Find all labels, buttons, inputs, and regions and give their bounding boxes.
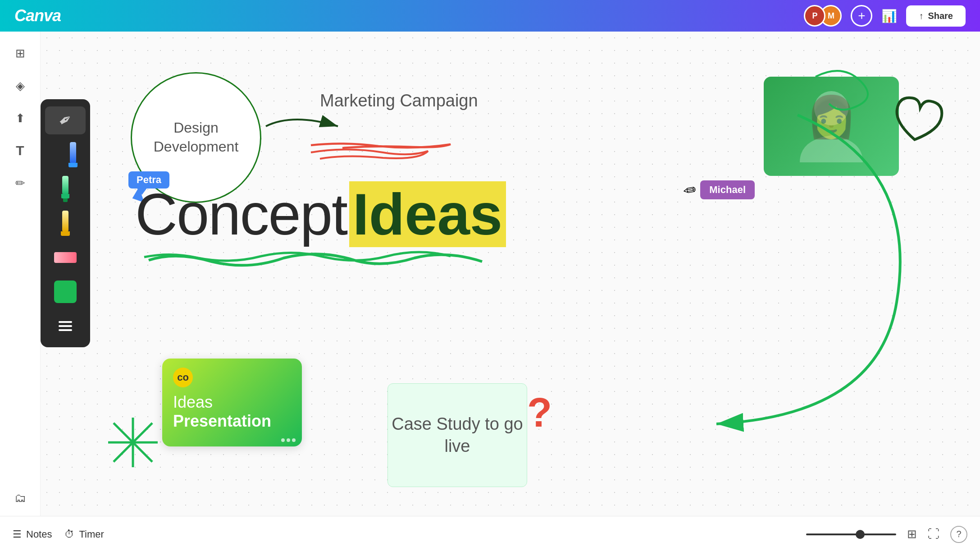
grid-icon: ⊞ <box>907 527 917 541</box>
add-collaborator-button[interactable]: + <box>851 5 872 27</box>
timer-icon: ⏱ <box>64 529 74 540</box>
bottom-left-controls: ☰ Notes ⏱ Timer <box>13 529 104 540</box>
sidebar-item-layout[interactable]: ⊞ <box>7 40 34 67</box>
svg-text:👩: 👩 <box>806 93 857 141</box>
help-icon: ? <box>956 529 961 539</box>
header-right: P M + 📊 ↑ Share <box>804 5 966 27</box>
slider-track <box>806 534 896 535</box>
yellow-highlighter-icon <box>61 211 70 236</box>
michael-cursor: ✏ Michael <box>683 180 755 199</box>
slide-title-presentation: Presentation <box>173 412 291 431</box>
green-marker-icon <box>61 176 69 202</box>
notes-label: Notes <box>26 529 52 540</box>
pen-icon: ✒ <box>55 109 77 132</box>
eraser-button[interactable] <box>45 244 86 271</box>
text-icon: T <box>16 143 24 158</box>
menu-icon <box>59 321 72 331</box>
upload-icon: ⬆ <box>15 111 25 125</box>
bottom-bar: ☰ Notes ⏱ Timer ⊞ ⛶ ? <box>0 516 980 552</box>
red-underline-doodle <box>306 140 469 150</box>
elements-icon: ◈ <box>16 79 25 93</box>
sidebar-item-uploads[interactable]: ⬆ <box>7 105 34 132</box>
share-button[interactable]: ↑ Share <box>906 5 966 27</box>
marketing-campaign-text: Marketing Campaign <box>320 90 478 112</box>
color-swatch-button[interactable] <box>45 278 86 306</box>
header: Canva P M + 📊 ↑ Share <box>0 0 980 32</box>
blue-highlighter-button[interactable] <box>45 141 86 169</box>
photo-image: 👩 <box>764 77 899 176</box>
draw-icon: ✏ <box>15 176 25 190</box>
timer-label: Timer <box>79 529 104 540</box>
draw-panel: ✒ <box>41 99 90 347</box>
sidebar-item-draw[interactable]: ✏ <box>7 170 34 197</box>
help-button[interactable]: ? <box>950 526 967 543</box>
design-development-text: Design Development <box>132 119 260 156</box>
canva-logo: Canva <box>14 6 61 25</box>
analytics-icon[interactable]: 📊 <box>881 9 897 23</box>
concept-text: Concept <box>135 181 347 247</box>
bottom-right-controls: ⊞ ⛶ ? <box>806 526 967 543</box>
yellow-highlighter-button[interactable] <box>45 209 86 237</box>
color-swatch <box>54 281 77 303</box>
ideas-text: Ideas <box>349 181 506 247</box>
timer-button[interactable]: ⏱ Timer <box>64 529 104 540</box>
case-study-text: Case Study to go live <box>388 413 527 458</box>
projects-icon: 🗂 <box>14 491 26 505</box>
eraser-icon <box>54 252 77 263</box>
sidebar: ⊞ ◈ ⬆ T ✏ 🗂 ••• <box>0 32 41 552</box>
green-swirl-underline <box>140 244 500 271</box>
draw-menu-button[interactable] <box>45 312 86 340</box>
layout-icon: ⊞ <box>15 46 25 60</box>
question-mark-doodle: ? <box>527 392 552 433</box>
notes-button[interactable]: ☰ Notes <box>13 529 52 540</box>
slide-logo: co <box>173 368 193 387</box>
heart-doodle <box>885 91 949 163</box>
grid-view-button[interactable]: ⊞ <box>907 527 917 541</box>
blue-highlighter-tip <box>68 163 77 167</box>
sidebar-item-projects[interactable]: 🗂 <box>7 484 34 511</box>
star-doodle <box>104 413 162 474</box>
photo-placeholder: 👩 <box>764 77 899 176</box>
slide-dots <box>281 438 296 442</box>
notes-icon: ☰ <box>13 529 22 540</box>
slider-thumb[interactable] <box>856 530 865 539</box>
pencil-cursor-icon: ✏ <box>682 180 697 200</box>
ideas-presentation-slide[interactable]: co Ideas Presentation <box>162 359 302 446</box>
sidebar-item-text[interactable]: T <box>7 137 34 164</box>
zoom-slider[interactable] <box>806 534 896 535</box>
canvas: Design Development Petra Marketing Campa… <box>41 32 980 528</box>
pen-tool-button[interactable]: ✒ <box>45 106 86 134</box>
green-marker-button[interactable] <box>45 175 86 203</box>
sidebar-item-elements[interactable]: ◈ <box>7 72 34 99</box>
avatar-1: P <box>804 5 825 27</box>
concept-ideas-heading: Concept Ideas <box>135 180 506 248</box>
share-arrow-icon: ↑ <box>919 11 923 21</box>
fullscreen-icon: ⛶ <box>928 527 939 541</box>
slide-title: Ideas Presentation <box>173 393 291 431</box>
case-study-box: Case Study to go live <box>387 383 527 487</box>
blue-highlighter-icon <box>70 142 76 163</box>
michael-label: Michael <box>700 180 755 199</box>
slide-title-ideas: Ideas <box>173 393 291 412</box>
fullscreen-button[interactable]: ⛶ <box>928 527 939 541</box>
